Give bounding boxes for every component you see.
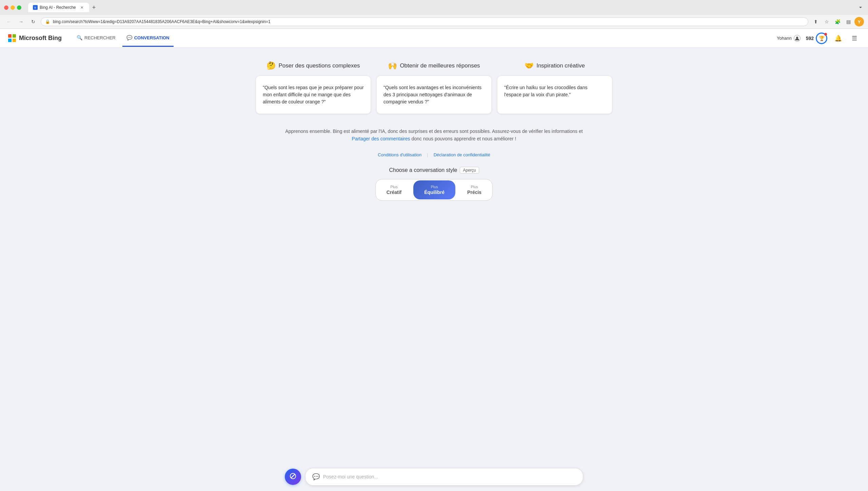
feature-column-creative: 🤝 Inspiration créative "Écrire un haïku … — [497, 61, 612, 114]
tab-title: Bing AI - Recherche — [40, 5, 76, 10]
nav-search[interactable]: 🔍 RECHERCHER — [73, 30, 120, 47]
score-circle: 🏆 — [816, 33, 827, 44]
disclaimer-text: Apprenons ensemble. Bing est alimenté pa… — [281, 127, 587, 143]
new-tab-button[interactable]: + — [89, 3, 99, 12]
browser-toolbar: ← → ↻ 🔒 bing.com/search?toWww=1&redig=D1… — [0, 15, 868, 29]
terms-link[interactable]: Conditions d'utilisation — [378, 152, 421, 157]
browser-tab[interactable]: B Bing AI - Recherche ✕ — [28, 3, 89, 12]
apercu-badge: Aperçu — [460, 167, 479, 174]
close-traffic-light[interactable] — [4, 5, 8, 10]
score-notification-dot — [824, 33, 827, 36]
complex-questions-emoji: 🤔 — [267, 61, 276, 70]
app-header: Microsoft Bing 🔍 RECHERCHER 💬 CONVERSATI… — [0, 29, 868, 48]
traffic-lights — [4, 5, 21, 10]
score-badge[interactable]: 592 🏆 — [806, 33, 827, 44]
tab-close-button[interactable]: ✕ — [79, 5, 84, 10]
precis-plus-label: Plus — [467, 184, 481, 189]
user-profile-icon — [794, 35, 801, 42]
legal-links: Conditions d'utilisation | Déclaration d… — [378, 152, 490, 157]
precis-label: Précis — [467, 189, 481, 195]
links-divider: | — [427, 152, 428, 157]
better-answers-example: "Quels sont les avantages et les inconvé… — [383, 85, 481, 104]
tab-favicon: B — [33, 5, 38, 10]
chat-input-bar: 💬 — [0, 463, 868, 491]
microsoft-logo — [8, 34, 16, 42]
style-creatif-button[interactable]: Plus Créatif — [376, 179, 412, 200]
user-name[interactable]: Yohann — [777, 35, 801, 42]
forward-button[interactable]: → — [16, 17, 26, 26]
browser-titlebar: B Bing AI - Recherche ✕ + — [0, 0, 868, 15]
feature-header-complex: 🤔 Poser des questions complexes — [256, 61, 371, 70]
tab-bar: B Bing AI - Recherche ✕ + — [28, 3, 854, 12]
style-precis-button[interactable]: Plus Précis — [456, 179, 492, 200]
minimize-traffic-light[interactable] — [11, 5, 15, 10]
url-text: bing.com/search?toWww=1&redig=D13A9207AA… — [53, 19, 804, 24]
bing-logo-text: Microsoft Bing — [19, 35, 62, 42]
feature-header-better: 🙌 Obtenir de meilleures réponses — [376, 61, 492, 70]
nav-conversation[interactable]: 💬 CONVERSATION — [122, 30, 174, 47]
fullscreen-traffic-light[interactable] — [17, 5, 21, 10]
style-buttons: Plus Créatif Plus Équilibré Plus Précis — [375, 179, 493, 201]
refresh-button[interactable]: ↻ — [28, 17, 38, 26]
nav-search-label: RECHERCHER — [84, 35, 116, 40]
toolbar-actions: ⬆ ☆ 🧩 ▤ Y — [811, 17, 864, 26]
creatif-label: Créatif — [387, 189, 401, 195]
share-feedback-link[interactable]: Partager des commentaires — [352, 136, 410, 141]
better-answers-title: Obtenir de meilleures réponses — [400, 62, 480, 69]
bookmark-button[interactable]: ☆ — [822, 17, 831, 26]
creative-inspiration-emoji: 🤝 — [525, 61, 534, 70]
feature-column-better: 🙌 Obtenir de meilleures réponses "Quels … — [376, 61, 492, 114]
share-button[interactable]: ⬆ — [811, 17, 821, 26]
bing-avatar-icon — [289, 472, 297, 482]
complex-questions-title: Poser des questions complexes — [278, 62, 360, 69]
bing-logo[interactable]: Microsoft Bing — [8, 34, 62, 42]
chat-bubble-icon: 💬 — [312, 473, 320, 480]
app-container: Microsoft Bing 🔍 RECHERCHER 💬 CONVERSATI… — [0, 29, 868, 491]
conversation-style-label: Choose a conversation style Aperçu — [389, 167, 479, 174]
hamburger-menu-button[interactable]: ☰ — [849, 33, 860, 44]
better-answers-card[interactable]: "Quels sont les avantages et les inconvé… — [376, 76, 492, 114]
bing-avatar-button[interactable] — [285, 469, 301, 485]
disclaimer-before: Apprenons ensemble. Bing est alimenté pa… — [285, 129, 583, 134]
equilibre-plus-label: Plus — [424, 184, 445, 189]
complex-questions-example: "Quels sont les repas que je peux prépar… — [263, 85, 364, 104]
conversation-nav-icon: 💬 — [126, 35, 132, 40]
extensions-button[interactable]: 🧩 — [833, 17, 842, 26]
header-right: Yohann 592 🏆 🔔 ☰ — [777, 33, 860, 44]
chat-input[interactable] — [323, 474, 576, 479]
browser-chrome: B Bing AI - Recherche ✕ + ← → ↻ 🔒 bing.c… — [0, 0, 868, 29]
chat-input-wrapper: 💬 — [305, 468, 583, 486]
security-lock-icon: 🔒 — [45, 19, 50, 24]
user-name-text: Yohann — [777, 36, 792, 41]
complex-questions-card[interactable]: "Quels sont les repas que je peux prépar… — [256, 76, 371, 114]
creatif-plus-label: Plus — [387, 184, 401, 189]
creative-inspiration-title: Inspiration créative — [536, 62, 585, 69]
privacy-link[interactable]: Déclaration de confidentialité — [434, 152, 490, 157]
disclaimer-after: donc nous pouvons apprendre et nous amél… — [411, 136, 516, 141]
feature-header-creative: 🤝 Inspiration créative — [497, 61, 612, 70]
style-equilibre-button[interactable]: Plus Équilibré — [413, 180, 455, 199]
notification-button[interactable]: 🔔 — [833, 33, 844, 44]
feature-column-complex: 🤔 Poser des questions complexes "Quels s… — [256, 61, 371, 114]
main-content: 🤔 Poser des questions complexes "Quels s… — [231, 48, 637, 491]
features-row: 🤔 Poser des questions complexes "Quels s… — [248, 61, 620, 114]
window-chevron-icon[interactable] — [857, 4, 864, 11]
sidebar-toggle-button[interactable]: ▤ — [844, 17, 853, 26]
profile-avatar[interactable]: Y — [854, 17, 864, 26]
better-answers-emoji: 🙌 — [388, 61, 397, 70]
back-button[interactable]: ← — [4, 17, 14, 26]
equilibre-label: Équilibré — [424, 189, 445, 195]
nav-conversation-label: CONVERSATION — [134, 35, 170, 40]
search-nav-icon: 🔍 — [77, 35, 82, 40]
score-text: 592 — [806, 36, 814, 41]
header-nav: 🔍 RECHERCHER 💬 CONVERSATION — [73, 30, 777, 47]
style-label-text: Choose a conversation style — [389, 167, 457, 173]
creative-inspiration-example: "Écrire un haïku sur les crocodiles dans… — [504, 85, 587, 97]
creative-inspiration-card[interactable]: "Écrire un haïku sur les crocodiles dans… — [497, 76, 612, 114]
address-bar[interactable]: 🔒 bing.com/search?toWww=1&redig=D13A9207… — [41, 17, 808, 26]
